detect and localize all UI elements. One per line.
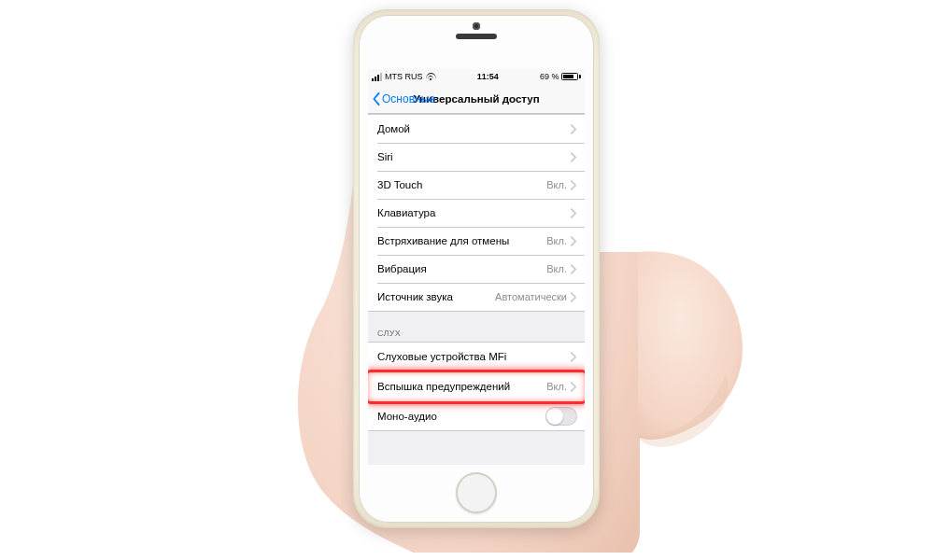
- row-label: 3D Touch: [377, 179, 546, 190]
- row-value: Вкл.: [546, 263, 567, 274]
- image-crop-bottom: [0, 553, 934, 560]
- row-siri[interactable]: Siri: [368, 143, 585, 171]
- row-mfi[interactable]: Слуховые устройства MFi: [368, 343, 585, 371]
- row-audiosrc[interactable]: Источник звука Автоматически: [368, 283, 585, 311]
- clock: 11:54: [477, 72, 499, 81]
- row-home[interactable]: Домой: [368, 115, 585, 143]
- row-label: Клавиатура: [377, 207, 571, 218]
- row-label: Вибрация: [377, 263, 546, 274]
- back-label: Основные: [382, 92, 435, 105]
- chevron-right-icon: [571, 236, 577, 246]
- row-value: Вкл.: [546, 381, 567, 392]
- monoaudio-toggle[interactable]: [545, 407, 577, 426]
- earpiece: [456, 34, 497, 39]
- row-vibration[interactable]: Вибрация Вкл.: [368, 255, 585, 283]
- signal-icon: [372, 73, 382, 81]
- battery-icon: [561, 73, 581, 80]
- front-camera: [473, 22, 480, 30]
- row-value: Вкл.: [546, 179, 567, 190]
- screen: MTS RUS 11:54 69 % Основные: [368, 69, 585, 465]
- row-3dtouch[interactable]: 3D Touch Вкл.: [368, 171, 585, 199]
- chevron-right-icon: [571, 382, 577, 392]
- row-label: Siri: [377, 151, 571, 162]
- row-ledflash[interactable]: Вспышка предупреждений Вкл.: [368, 371, 585, 402]
- stage: MTS RUS 11:54 69 % Основные: [0, 0, 934, 560]
- battery-pct: 69 %: [540, 72, 559, 81]
- row-label: Источник звука: [377, 291, 495, 302]
- row-label: Домой: [377, 123, 571, 134]
- row-label: Вспышка предупреждений: [377, 381, 546, 392]
- section-hearing-header: СЛУХ: [368, 312, 585, 342]
- home-button[interactable]: [456, 472, 497, 513]
- iphone-device: MTS RUS 11:54 69 % Основные: [353, 9, 600, 528]
- chevron-right-icon: [571, 352, 577, 362]
- row-keyboard[interactable]: Клавиатура: [368, 199, 585, 227]
- chevron-left-icon: [372, 92, 381, 105]
- row-label: Моно-аудио: [377, 411, 545, 422]
- status-bar: MTS RUS 11:54 69 %: [368, 69, 585, 84]
- chevron-right-icon: [571, 180, 577, 190]
- wifi-icon: [426, 73, 436, 80]
- row-value: Автоматически: [495, 291, 567, 302]
- chevron-right-icon: [571, 152, 577, 162]
- group-interaction: Домой Siri 3D Touch Вкл.: [368, 114, 585, 312]
- carrier-label: MTS RUS: [385, 72, 423, 81]
- row-shake[interactable]: Встряхивание для отмены Вкл.: [368, 227, 585, 255]
- chevron-right-icon: [571, 292, 577, 302]
- chevron-right-icon: [571, 124, 577, 134]
- row-label: Слуховые устройства MFi: [377, 351, 571, 362]
- nav-header: Основные Универсальный доступ: [368, 84, 585, 114]
- row-label: Встряхивание для отмены: [377, 235, 546, 246]
- chevron-right-icon: [571, 208, 577, 218]
- group-hearing: Слуховые устройства MFi Вспышка предупре…: [368, 342, 585, 431]
- row-monoaudio[interactable]: Моно-аудио: [368, 402, 585, 430]
- chevron-right-icon: [571, 264, 577, 274]
- row-value: Вкл.: [546, 235, 567, 246]
- back-button[interactable]: Основные: [370, 89, 437, 109]
- settings-list: Домой Siri 3D Touch Вкл.: [368, 114, 585, 431]
